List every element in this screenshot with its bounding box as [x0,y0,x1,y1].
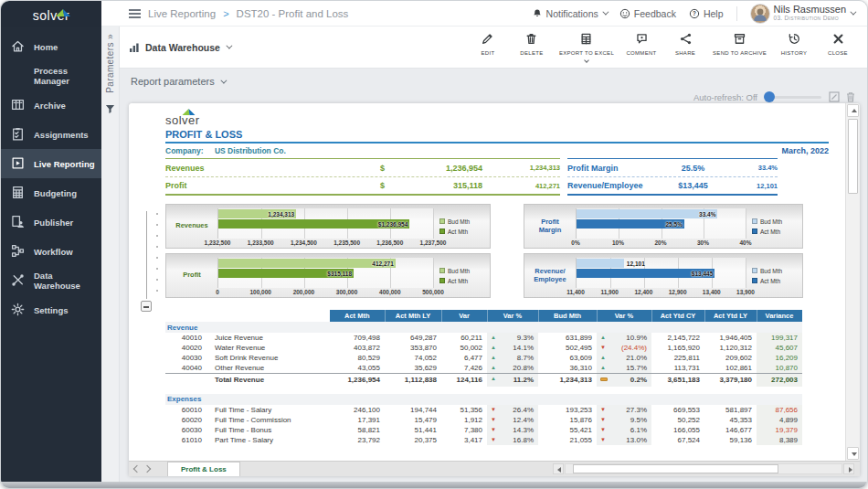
menu-icon[interactable] [129,9,141,18]
sidebar-item-workflow[interactable]: Workflow [1,237,101,266]
var-cell: 6,477 [441,353,487,363]
action-label: SEND TO ARCHIVE [713,50,767,56]
act-mth-cell: 1,236,954 [330,374,385,387]
sheet-tab-profit-loss[interactable]: Profit & Loss [167,462,240,476]
delete-button[interactable]: DELETE [512,30,552,58]
sidebar-item-data-warehouse[interactable]: Data Warehouse [1,266,101,295]
variance-cell: 16,209 [757,353,802,363]
sidebar-item-archive[interactable]: Archive [1,90,101,120]
filter-funnel-icon[interactable] [105,101,115,118]
table-row[interactable]: 40020Water Revenue403,872353,87050,002▲1… [165,343,802,353]
legend-item-bud-mth: Bud Mth [752,218,802,225]
act-ytd-cy-cell: 113,731 [651,363,704,374]
sheet-next-button[interactable] [143,465,151,473]
legend-label: Act Mth [760,229,780,235]
outline-dots [156,213,158,297]
trash-icon[interactable] [845,91,856,102]
help-button[interactable]: ? Help [689,8,724,19]
legend-label: Bud Mth [760,268,782,274]
workflow-icon [11,244,26,259]
edit-in-window-icon[interactable] [829,91,840,102]
axis-tick-label: 1,235,500 [333,239,360,246]
data-warehouse-menu[interactable]: Data Warehouse [129,42,230,53]
comment-button[interactable]: COMMENT [621,30,662,58]
var-cell: 1,912 [441,415,487,425]
scroll-left-button[interactable] [553,463,564,474]
report-solver-logo: solver [165,109,207,127]
vertical-scroll-thumb[interactable] [848,119,858,194]
report-parameters-toggle[interactable]: Report parameters [131,76,225,87]
spacer-row [165,387,802,394]
outline-collapse-button[interactable] [141,301,152,312]
action-label: EXPORT TO EXCEL [559,50,614,56]
table-row[interactable]: 60030Full Time - Bonus58,82151,4417,380▼… [165,425,802,435]
sheet-prev-button[interactable] [133,465,141,473]
bar-act-mth: $315,118 [218,269,354,278]
table-row[interactable]: 40010Juice Revenue709,498649,28760,211▲9… [165,333,802,343]
scroll-down-button[interactable] [847,447,859,460]
bar-value-label: 25.5% [666,221,683,228]
scroll-right-button[interactable] [843,463,854,474]
archive-icon [11,98,26,112]
down-arrow-icon: ▼ [491,416,496,424]
horizontal-scroll-track[interactable] [565,463,842,474]
scroll-up-button[interactable] [847,104,859,117]
horizontal-scrollbar[interactable] [553,463,854,475]
home-icon [11,39,26,54]
table-row[interactable]: 61010Part Time - Salary23,79220,3753,417… [165,435,802,445]
company-label: Company: [165,146,204,155]
slider-knob[interactable] [764,91,775,102]
auto-refresh-slider[interactable] [765,96,821,99]
axis-tick-label: 500,000 [422,289,444,295]
svg-text:?: ? [693,10,696,16]
bar-value-label: 33.4% [699,211,715,218]
kpi-row-profit-margin: Profit Margin25.5%33.4% [567,159,778,176]
share-icon [680,32,692,48]
percent-value: 9.3% [517,334,534,342]
sidebar-item-budgeting[interactable]: Budgeting [1,178,101,207]
table-row[interactable]: 60010Full Time - Salary246,100194,74451,… [165,405,802,415]
sidebar-item-assignments[interactable]: Assignments [1,120,101,149]
percent-value: 16.8% [513,436,534,444]
report-canvas: solver PROFIT & LOSS Company: US Distrib… [129,103,860,476]
account-code: 60020 [165,416,202,424]
breadcrumb-live-reporting[interactable]: Live Reporting [148,8,216,19]
outline-gutter [129,103,164,461]
bar-bud-mth: 412,271 [218,259,396,268]
kpi-label: Revenues [165,164,380,173]
account-name: Soft Drink Revenue [215,354,278,362]
parameters-strip[interactable]: Parameters » [101,27,120,482]
bar-act-mth: $13,445 [577,269,715,278]
percent-value: 13.0% [626,436,647,444]
feedback-button[interactable]: Feedback [619,8,676,19]
send-to-archive-button[interactable]: SEND TO ARCHIVE [709,30,770,58]
table-row[interactable]: 40030Soft Drink Revenue80,52974,0526,477… [165,353,802,363]
bar-act-mth: $1,236,954 [218,219,409,229]
share-button[interactable]: SHARE [665,30,705,58]
sidebar-item-settings[interactable]: Settings [1,295,101,324]
history-button[interactable]: HISTORY [774,30,814,58]
user-menu[interactable]: Nils Rasmussen 03. Distribution Demo [750,4,854,24]
table-row[interactable]: 40040Other Revenue43,05535,6297,426▲20.8… [165,363,802,374]
kpi-value: $13,445 [663,181,723,190]
sidebar-item-home[interactable]: Home [1,32,101,61]
account-cell: 61010Part Time - Salary [165,435,330,445]
bud-mth-cell: 63,609 [538,353,597,363]
sidebar-item-live-reporting[interactable]: Live Reporting [1,149,101,178]
export-to-excel-button[interactable]: EXPORT TO EXCEL [556,30,618,64]
edit-button[interactable]: EDIT [468,30,508,58]
bud-var-pct-cell: ▲15.7% [597,363,651,374]
action-label: SHARE [675,50,695,56]
axis-tick-label: 200,000 [293,289,315,295]
vertical-scrollbar[interactable] [845,103,860,461]
horizontal-scroll-thumb[interactable] [573,464,778,473]
table-row[interactable]: 60020Full Time - Commission17,39115,4791… [165,415,802,425]
notifications-menu[interactable]: Notifications [532,8,607,19]
sidebar-item-publisher[interactable]: Publisher [1,207,101,237]
column-header-act-mth: Act Mth [330,310,385,322]
close-button[interactable]: CLOSE [818,30,858,58]
sidebar-item-process-manager[interactable]: Process Manager [1,61,101,90]
percent-value: (24.4%) [621,344,647,352]
account-cell: 40040Other Revenue [165,363,330,374]
account-name: Water Revenue [215,344,265,352]
